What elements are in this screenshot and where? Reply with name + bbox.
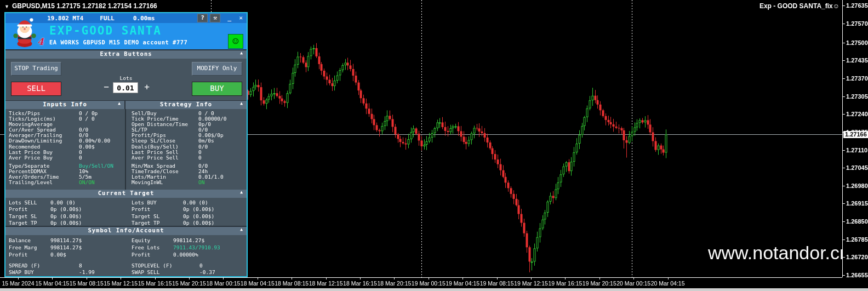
- section-header-extra-buttons[interactable]: Extra Buttons ▲: [5, 50, 247, 59]
- info-row: Profit0p (0.00$): [132, 206, 214, 213]
- time-axis[interactable]: 15 Mar 202415 Mar 04:1515 Mar 08:1515 Ma…: [0, 277, 842, 288]
- modify-only-button[interactable]: MODIFY Only: [192, 62, 242, 76]
- price-tick-mark: [843, 60, 845, 61]
- row-label: Equity: [132, 237, 173, 244]
- price-axis[interactable]: 1.27166 1.276351.275701.275001.274351.27…: [842, 0, 868, 277]
- price-tick-label: 1.27370: [846, 75, 868, 82]
- row-value: 7911.43/7910.93: [173, 244, 220, 251]
- time-tick-mark: [223, 278, 224, 279]
- section-header-inputs-info[interactable]: Inputs Info ▲: [5, 101, 124, 109]
- row-value: ON: [198, 180, 204, 185]
- sell-button[interactable]: SELL: [11, 82, 61, 96]
- info-row: Free Marg998114.27$: [9, 244, 82, 251]
- smiley-button[interactable]: ☺: [228, 34, 243, 49]
- row-label: Profit: [132, 206, 183, 213]
- time-tick-label: 19 Mar 04:15: [446, 280, 479, 287]
- expert-name-text: Exp - GOOD SANTA_fix: [760, 2, 833, 10]
- minimize-button[interactable]: _: [225, 14, 234, 22]
- symbol-ohlc-text: GBPUSD,M15 1.27175 1.27182 1.27154 1.271…: [12, 2, 157, 10]
- price-tick-mark: [843, 150, 845, 151]
- info-row: MovingInWLON: [132, 180, 226, 185]
- time-tick-mark: [497, 278, 498, 279]
- lots-decrease-button[interactable]: −: [102, 82, 111, 94]
- current-target-buy-list: Lots BUY0.00 (0)Profit0p (0.00$)Target S…: [132, 199, 214, 227]
- price-tick-mark: [843, 5, 845, 6]
- section-header-symbol-info[interactable]: Symbol Info/Account ▲: [5, 227, 247, 235]
- time-tick-mark: [462, 278, 463, 279]
- info-row: Trailing/LevelON/ON: [9, 180, 113, 185]
- ea-mode-label: FULL: [100, 15, 115, 22]
- time-tick-label: 19 Mar 12:15: [514, 280, 548, 287]
- row-label: Lots SELL: [9, 199, 50, 206]
- collapse-arrow-icon: ▲: [240, 190, 243, 195]
- time-tick-label: 18 Mar 08:15: [275, 280, 309, 287]
- row-value: 0.00$: [50, 251, 66, 258]
- price-tick-label: 1.26720: [846, 254, 868, 260]
- row-label: Target TP: [132, 220, 183, 226]
- price-tick-label: 1.27240: [846, 111, 868, 117]
- price-tick-label: 1.27045: [846, 164, 868, 171]
- row-label: Free Marg: [9, 244, 50, 251]
- row-value: 0p (0.00$): [183, 220, 214, 226]
- price-tick-mark: [843, 96, 845, 97]
- lots-increase-button[interactable]: +: [142, 82, 151, 94]
- row-value: 0: [79, 155, 82, 161]
- time-tick-mark: [189, 278, 190, 279]
- section-title: Symbol Info/Account: [88, 227, 164, 233]
- price-tick-mark: [843, 78, 845, 79]
- row-value: 0 / 0: [79, 116, 95, 122]
- price-tick-label: 1.26850: [846, 218, 868, 225]
- watermark-text: www.notandor.cn: [708, 242, 850, 264]
- row-label: Target TP: [9, 220, 50, 226]
- price-tick-label: 1.27110: [846, 147, 867, 153]
- account-left-list: Balance998114.27$Free Marg998114.27$Prof…: [9, 237, 82, 259]
- help-button[interactable]: ?: [197, 14, 208, 22]
- row-value: 0.00000%: [173, 251, 198, 258]
- time-tick-label: 15 Mar 12:15: [104, 280, 138, 287]
- row-label: STOPLEVEL (F): [132, 263, 199, 269]
- row-label: SWAP SELL: [132, 269, 199, 276]
- row-label: Profit: [132, 251, 173, 258]
- info-row: Aver Price Buy0: [9, 155, 113, 161]
- info-row: Lots BUY0.00 (0): [132, 199, 214, 206]
- santa-icon: [8, 14, 42, 48]
- price-tick-label: 1.27435: [846, 57, 868, 64]
- row-label: SPREAD (F): [9, 263, 79, 269]
- time-tick-label: 18 Mar 04:15: [241, 280, 275, 287]
- time-tick-mark: [633, 278, 634, 279]
- row-value: 998114.27$: [50, 237, 82, 244]
- time-tick-label: 18 Mar 00:15: [206, 280, 240, 287]
- tools-icon[interactable]: ⚒: [210, 14, 220, 22]
- time-tick-label: 19 Mar 00:15: [412, 280, 446, 287]
- row-label: Balance: [9, 237, 50, 244]
- section-header-strategy-info[interactable]: Strategy Info ▲: [125, 101, 247, 109]
- time-tick-mark: [292, 278, 292, 279]
- close-button[interactable]: ✕: [236, 14, 245, 22]
- time-tick-mark: [121, 278, 121, 279]
- time-tick-mark: [18, 278, 19, 279]
- info-row: Balance998114.27$: [9, 237, 82, 244]
- info-row: SWAP BUY-1.99: [9, 269, 119, 276]
- time-tick-label: 19 Mar 08:15: [480, 280, 514, 287]
- price-tick-mark: [843, 203, 845, 204]
- price-tick-label: 1.27570: [846, 20, 868, 27]
- price-tick-mark: [843, 186, 845, 186]
- row-value: 0p (0.00$): [50, 220, 82, 226]
- collapse-arrow-icon: ▲: [240, 227, 243, 232]
- stop-trading-button[interactable]: STOP Trading: [11, 62, 61, 76]
- ea-subtitle: EA WORKS GBPUSD M15 DEMO account #777: [49, 39, 187, 45]
- time-tick-label: 15 Mar 16:15: [138, 280, 172, 287]
- info-row: Target TP0p (0.00$): [132, 220, 214, 226]
- price-tick-label: 1.27305: [846, 93, 868, 100]
- section-header-current-target[interactable]: Current Target ▲: [5, 190, 247, 198]
- time-tick-label: 19 Mar 16:15: [548, 280, 582, 287]
- ea-ping-label: 0.00ms: [133, 15, 155, 22]
- lots-input[interactable]: [113, 82, 138, 93]
- ea-title-bar: 4 EXP-GOOD SANTA EA WORKS GBPUSD M15 DEM…: [5, 23, 247, 49]
- chevron-down-icon[interactable]: ▼: [4, 4, 9, 9]
- row-value: 998114.27$: [173, 237, 204, 244]
- symbol-right-list: STOPLEVEL (F)0SWAP SELL-0.37MIN LOT/STEP…: [132, 263, 227, 277]
- buy-button[interactable]: BUY: [192, 82, 242, 96]
- row-value: 0p (0.00$): [50, 213, 82, 220]
- time-tick-label: 20 Mar 00:15: [616, 280, 650, 287]
